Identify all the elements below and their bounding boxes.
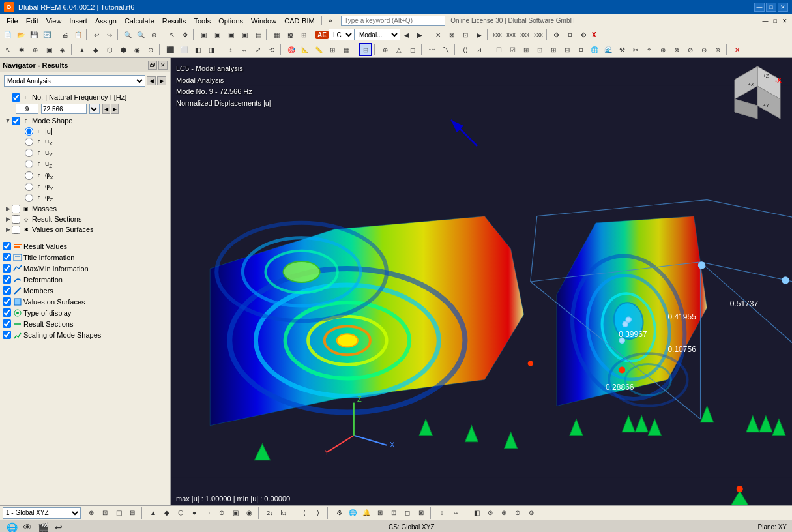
tb2-e5[interactable]: ▦ <box>340 43 353 56</box>
bt-e3[interactable]: 🔔 <box>360 507 373 520</box>
tb-open[interactable]: 📂 <box>14 28 27 41</box>
bt-e4[interactable]: ⊞ <box>374 507 387 520</box>
tb2-e1[interactable]: 🎯 <box>285 43 298 56</box>
ms-radio-u-abs[interactable] <box>25 127 33 136</box>
bt-f2[interactable]: ↔ <box>449 507 462 520</box>
tb-f1[interactable]: ⚙ <box>550 28 563 41</box>
bt-b5[interactable]: ○ <box>201 507 214 520</box>
menu-results[interactable]: Results <box>158 16 190 26</box>
menu-more[interactable]: » <box>325 16 336 25</box>
values-surfaces-item[interactable]: ▶ ✱ Values on Surfaces <box>3 224 168 235</box>
nav-row-title-info[interactable]: Title Information <box>3 252 168 263</box>
tb-c1[interactable]: ▦ <box>270 28 283 41</box>
menu-maximize-btn[interactable]: □ <box>772 17 779 25</box>
members-check[interactable] <box>3 286 11 295</box>
tb2-i9[interactable]: 🌊 <box>602 43 615 56</box>
tb2-b6[interactable]: ⊙ <box>144 43 157 56</box>
ms-radio-phix[interactable] <box>25 171 33 180</box>
nav-prev-btn[interactable]: ◀ <box>147 76 156 85</box>
tb2-i15[interactable]: ⊘ <box>684 43 697 56</box>
nav-restore-btn[interactable]: 🗗 <box>148 61 157 70</box>
mode-shape-parent[interactable]: ▼ Γ Mode Shape <box>3 115 168 126</box>
nav-row-type-display[interactable]: Type of display <box>3 307 168 318</box>
bt-e7[interactable]: ⊠ <box>415 507 428 520</box>
ms-radio-uy[interactable] <box>25 149 33 157</box>
bt-g1[interactable]: ◧ <box>470 507 483 520</box>
tb2-d2[interactable]: ↔ <box>238 43 251 56</box>
menu-minimize-btn[interactable]: — <box>761 17 770 25</box>
type-display-check[interactable] <box>3 308 11 317</box>
nav-row-scaling[interactable]: Scaling of Mode Shapes <box>3 329 168 340</box>
tb-b3[interactable]: ▣ <box>224 28 237 41</box>
tb2-g1[interactable]: 〰 <box>426 43 439 56</box>
tb2-b3[interactable]: ⬡ <box>103 43 116 56</box>
menu-tools[interactable]: Tools <box>190 16 214 26</box>
nav-row-members[interactable]: Members <box>3 285 168 296</box>
tb-zoom-all[interactable]: ⊕ <box>147 28 160 41</box>
tb-b2[interactable]: ▣ <box>211 28 224 41</box>
bt-c2[interactable]: k↕ <box>277 507 290 520</box>
bt-e1[interactable]: ⚙ <box>332 507 345 520</box>
ms-radio-phiz[interactable] <box>25 194 33 202</box>
tb2-i11[interactable]: ✂ <box>629 43 642 56</box>
tb2-c3[interactable]: ◧ <box>191 43 204 56</box>
nav-row-deformation[interactable]: Deformation <box>3 274 168 285</box>
tb2-i14[interactable]: ⊗ <box>670 43 683 56</box>
tb2-i16[interactable]: ⊙ <box>697 43 711 56</box>
menu-edit[interactable]: Edit <box>22 16 42 26</box>
ms-child-phiy[interactable]: Γ φY <box>16 181 168 192</box>
status-icon2[interactable]: 👁 <box>21 521 34 533</box>
tb2-b1[interactable]: ▲ <box>76 43 89 56</box>
tb2-h2[interactable]: ⊿ <box>473 43 486 56</box>
bt-b6[interactable]: ⊙ <box>215 507 228 520</box>
nav-row-vals-surfaces[interactable]: Values on Surfaces <box>3 296 168 307</box>
tb2-highlight[interactable]: ⊟ <box>359 43 372 56</box>
tb2-d4[interactable]: ⟲ <box>265 43 278 56</box>
minimize-btn[interactable]: — <box>754 3 765 12</box>
maximize-btn[interactable]: □ <box>766 3 776 12</box>
tb-e4[interactable]: xxx <box>532 28 545 41</box>
status-icon3[interactable]: 🎬 <box>37 521 50 533</box>
tb2-i4[interactable]: ⊡ <box>533 43 546 56</box>
bt-a1[interactable]: ⊕ <box>85 507 98 520</box>
bt-g5[interactable]: ⊚ <box>525 507 538 520</box>
menu-window[interactable]: Window <box>247 16 280 26</box>
freq-prev-arrow[interactable]: ◀ <box>102 104 110 114</box>
vals-surfaces-check[interactable] <box>3 297 11 306</box>
menu-calculate[interactable]: Calculate <box>121 16 158 26</box>
ms-radio-phiy[interactable] <box>25 183 33 191</box>
tb2-b4[interactable]: ⬢ <box>117 43 130 56</box>
masses-check[interactable] <box>12 205 20 213</box>
bt-b7[interactable]: ▣ <box>229 507 242 520</box>
bt-b3[interactable]: ⬡ <box>174 507 187 520</box>
lc-select[interactable]: LC5 <box>329 29 355 40</box>
menu-insert[interactable]: Insert <box>65 16 91 26</box>
tb2-i10[interactable]: ⚒ <box>615 43 628 56</box>
cs-select[interactable]: 1 - Global XYZ <box>3 507 81 519</box>
tb2-f2[interactable]: △ <box>392 43 405 56</box>
tb2-i7[interactable]: ⚙ <box>574 43 587 56</box>
ms-child-phiz[interactable]: Γ φZ <box>16 192 168 203</box>
tb-new[interactable]: 📄 <box>1 28 14 41</box>
search-input[interactable] <box>341 16 445 26</box>
result-sections-check[interactable] <box>12 215 20 224</box>
nav-next-btn[interactable]: ▶ <box>157 76 166 85</box>
tb-e3[interactable]: xxx <box>518 28 531 41</box>
tb2-i13[interactable]: ⊕ <box>656 43 669 56</box>
values-surfaces-check[interactable] <box>12 226 20 234</box>
tb-prev[interactable]: ◀ <box>400 28 413 41</box>
tb2-i5[interactable]: ⊞ <box>547 43 560 56</box>
deformation-check[interactable] <box>3 275 11 284</box>
ms-child-phix[interactable]: Γ φX <box>16 170 168 181</box>
tb2-a4[interactable]: ▣ <box>42 43 55 56</box>
tb-save[interactable]: 💾 <box>27 28 40 41</box>
tb2-i1[interactable]: ☐ <box>492 43 505 56</box>
mode-number-input[interactable]: 9 <box>16 104 38 114</box>
tb2-e3[interactable]: 📏 <box>312 43 325 56</box>
title-bar-controls[interactable]: — □ ✕ <box>754 3 788 12</box>
nav-row-maxmin[interactable]: Max/Min Information <box>3 263 168 274</box>
tb2-i12[interactable]: ⌖ <box>643 43 656 56</box>
nav-row-result-values[interactable]: Result Values <box>3 241 168 252</box>
tb2-a3[interactable]: ⊕ <box>29 43 42 56</box>
viewport-3d[interactable]: LC5 - Modal analysis Modal Analysis Mode… <box>171 58 792 505</box>
